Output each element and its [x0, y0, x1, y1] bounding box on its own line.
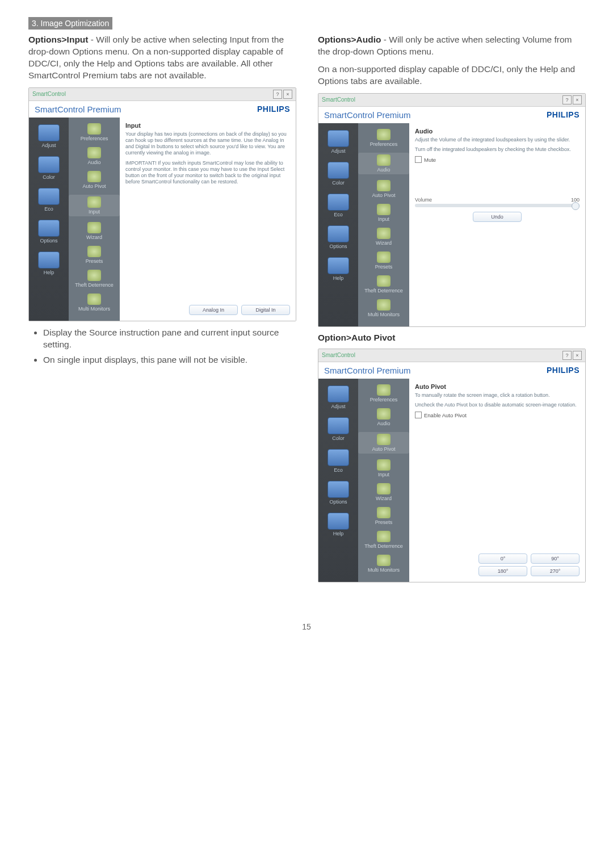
panel-title: Input	[125, 122, 290, 129]
mid-preferences[interactable]: Preferences	[358, 384, 409, 402]
mid-preferences[interactable]: Preferences	[69, 123, 120, 141]
color-icon	[328, 417, 349, 434]
left-nav: Adjust Color Eco Options Help	[318, 123, 358, 326]
eco-icon	[38, 188, 60, 205]
help-icon[interactable]: ?	[562, 95, 572, 104]
help-nav-icon	[38, 251, 60, 269]
rotate-270-button[interactable]: 270°	[531, 566, 580, 576]
mute-label: Mute	[424, 157, 436, 163]
left-nav: Adjust Color Eco Options Help	[29, 118, 69, 321]
mid-theft[interactable]: Theft Deterrence	[69, 270, 120, 288]
help-icon[interactable]: ?	[273, 90, 282, 99]
nav-options[interactable]: Options	[318, 481, 358, 505]
options-audio-heading: Options>Audio	[318, 35, 381, 44]
page-number: 15	[28, 622, 585, 631]
window-controls: ? ×	[273, 90, 292, 99]
mid-auto-pivot[interactable]: Auto Pivot	[358, 180, 409, 198]
wizard-icon	[377, 483, 391, 494]
nav-eco[interactable]: Eco	[318, 194, 358, 217]
nav-adjust[interactable]: Adjust	[318, 130, 358, 154]
brand-logo: PHILIPS	[547, 110, 580, 119]
rotate-0-button[interactable]: 0°	[478, 553, 527, 564]
eco-icon	[328, 194, 349, 211]
enable-auto-pivot-checkbox[interactable]: Enable Auto Pivot	[415, 412, 580, 418]
auto-pivot-icon	[377, 180, 391, 191]
digital-in-button[interactable]: Digital In	[241, 305, 290, 315]
help-icon[interactable]: ?	[562, 351, 572, 360]
nav-eco[interactable]: Eco	[29, 188, 69, 212]
options-icon	[38, 220, 60, 237]
multi-icon	[377, 555, 391, 566]
panel-text-2: Turn off the integrated loudspeakers by …	[415, 146, 580, 153]
right-intro-para: Options>Audio - Will only be active when…	[318, 34, 585, 58]
mid-multi[interactable]: Multi Monitors	[69, 293, 120, 312]
mid-wizard[interactable]: Wizard	[358, 228, 409, 246]
mid-input[interactable]: Input	[69, 195, 120, 216]
mid-wizard[interactable]: Wizard	[69, 222, 120, 240]
adjust-icon	[38, 124, 60, 141]
brand-logo: PHILIPS	[257, 104, 290, 114]
section-header: 3. Image Optimization	[28, 17, 112, 30]
audio-icon	[377, 408, 391, 420]
mid-auto-pivot[interactable]: Auto Pivot	[69, 171, 120, 189]
close-icon[interactable]: ×	[283, 90, 292, 99]
bullet-1: Display the Source instruction pane and …	[43, 327, 295, 351]
close-icon[interactable]: ×	[573, 95, 582, 104]
volume-slider[interactable]	[415, 204, 580, 207]
presets-icon	[87, 246, 101, 257]
nav-adjust[interactable]: Adjust	[29, 124, 69, 148]
options-icon	[328, 481, 349, 498]
mid-multi[interactable]: Multi Monitors	[358, 299, 409, 317]
mid-nav: Preferences Audio Auto Pivot Input Wizar…	[358, 379, 409, 582]
enable-auto-pivot-label: Enable Auto Pivot	[424, 412, 467, 418]
mid-input[interactable]: Input	[358, 204, 409, 222]
rotate-180-button[interactable]: 180°	[478, 566, 527, 576]
adjust-icon	[328, 385, 349, 402]
volume-label: Volume	[415, 197, 432, 203]
nav-options[interactable]: Options	[29, 220, 69, 244]
analog-in-button[interactable]: Analog In	[189, 305, 238, 315]
mid-input[interactable]: Input	[358, 459, 409, 477]
nav-color[interactable]: Color	[318, 162, 358, 186]
nav-help[interactable]: Help	[318, 257, 358, 281]
nav-color[interactable]: Color	[29, 156, 69, 180]
rotate-90-button[interactable]: 90°	[531, 553, 580, 564]
mid-audio[interactable]: Audio	[358, 153, 409, 174]
mid-audio[interactable]: Audio	[69, 147, 120, 165]
mid-theft[interactable]: Theft Deterrence	[358, 275, 409, 293]
mid-presets[interactable]: Presets	[358, 251, 409, 270]
mid-presets[interactable]: Presets	[358, 507, 409, 525]
options-input-heading: Options>Input	[28, 35, 88, 44]
undo-button[interactable]: Undo	[473, 212, 522, 222]
mid-theft[interactable]: Theft Deterrence	[358, 531, 409, 549]
nav-eco[interactable]: Eco	[318, 449, 358, 473]
content-pane: Audio Adjust the Volume of the integrate…	[409, 123, 585, 326]
close-icon[interactable]: ×	[573, 351, 582, 360]
auto-pivot-subheading: Option>Auto Pivot	[318, 333, 585, 343]
nav-help[interactable]: Help	[318, 513, 358, 536]
nav-options[interactable]: Options	[318, 225, 358, 249]
panel-text-1: To manually rotate the screen image, cli…	[415, 392, 580, 399]
input-icon	[87, 196, 101, 208]
mid-wizard[interactable]: Wizard	[358, 483, 409, 501]
mid-preferences[interactable]: Preferences	[358, 129, 409, 147]
mid-auto-pivot[interactable]: Auto Pivot	[358, 432, 409, 454]
nav-color[interactable]: Color	[318, 417, 358, 441]
wizard-icon	[87, 222, 101, 233]
multi-icon	[87, 293, 101, 305]
mute-checkbox[interactable]: Mute	[415, 156, 580, 163]
checkbox-box-icon	[415, 156, 422, 163]
screenshot-auto-pivot: SmartControl ? × SmartControl Premium PH…	[318, 349, 586, 582]
left-intro-para: Options>Input - Will only be active when…	[28, 34, 295, 82]
mid-presets[interactable]: Presets	[69, 246, 120, 264]
mid-audio[interactable]: Audio	[358, 408, 409, 426]
nav-help[interactable]: Help	[29, 251, 69, 275]
help-nav-icon	[328, 513, 349, 530]
nav-adjust[interactable]: Adjust	[318, 385, 358, 409]
mid-multi[interactable]: Multi Monitors	[358, 555, 409, 573]
right-column: Options>Audio - Will only be active when…	[318, 34, 585, 588]
screenshot-audio: SmartControl ? × SmartControl Premium PH…	[318, 93, 586, 327]
auto-pivot-icon	[87, 171, 101, 182]
mid-nav: Preferences Audio Auto Pivot Input Wizar…	[358, 123, 409, 326]
preferences-icon	[377, 129, 391, 140]
